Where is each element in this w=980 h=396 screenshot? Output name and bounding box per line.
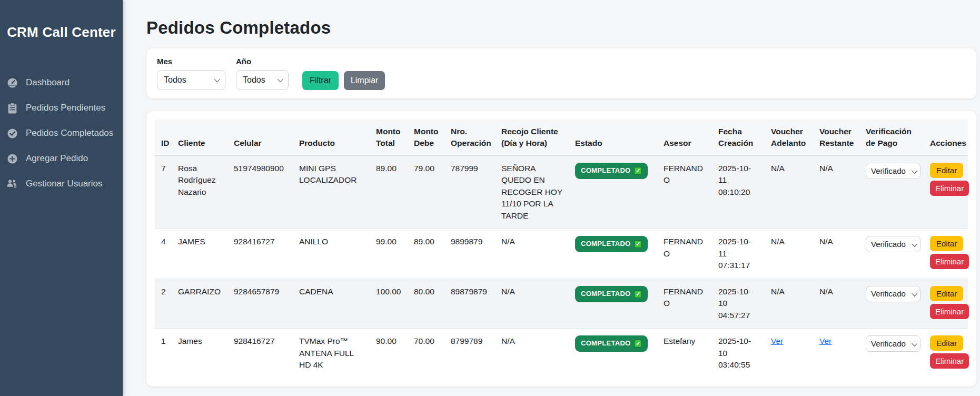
eliminar-button[interactable]: Eliminar: [930, 353, 969, 369]
cell-nro-operacion: 8799789: [444, 329, 495, 378]
main-content: Pedidos Completados Mes Todos Año Todos …: [123, 0, 980, 396]
cell-producto: CADENA: [293, 279, 370, 328]
voucher-restante-value: N/A: [819, 287, 833, 296]
cell-fecha: 2025-10-10 03:40:55: [712, 329, 765, 378]
cell-id: 2: [155, 279, 172, 328]
cell-producto: MINI GPS LOCALIZADOR: [293, 156, 370, 229]
cell-id: 1: [155, 329, 172, 378]
sidebar-item-pedidos-completados[interactable]: Pedidos Completados: [0, 121, 123, 146]
verificacion-select[interactable]: Verificado: [866, 286, 920, 302]
voucher-adelanto-value: N/A: [771, 287, 785, 296]
mes-select[interactable]: Todos: [157, 70, 225, 90]
cell-asesor: FERNANDO: [657, 229, 712, 279]
cell-verificacion: Verificado: [859, 279, 924, 328]
editar-button[interactable]: Editar: [930, 236, 963, 251]
editar-button[interactable]: Editar: [930, 163, 963, 178]
cell-voucher-adelanto: N/A: [765, 156, 813, 229]
eliminar-button[interactable]: Eliminar: [930, 254, 969, 269]
app-brand: CRM Call Center: [0, 0, 123, 41]
table-row: 2 GARRAIZO 9284657879 CADENA 100.00 80.0…: [155, 279, 968, 328]
cell-nro-operacion: 89879879: [444, 279, 495, 328]
column-header-13: Voucher Restante: [813, 120, 859, 156]
ver-voucher-link[interactable]: Ver: [819, 336, 831, 345]
voucher-restante-value: N/A: [819, 237, 833, 246]
sidebar-item-pedidos-pendientes[interactable]: Pedidos Pendientes: [0, 95, 123, 121]
cell-acciones: Editar Eliminar: [924, 329, 968, 378]
cell-celular: 51974980900: [227, 156, 293, 229]
limpiar-button[interactable]: Limpiar: [344, 71, 385, 90]
cell-celular: 9284657879: [227, 279, 293, 328]
cell-acciones: Editar Eliminar: [924, 279, 968, 328]
column-header-11: Fecha Creación: [712, 120, 765, 156]
cell-monto-total: 99.00: [370, 229, 408, 279]
ano-label: Año: [236, 57, 289, 66]
filtrar-button[interactable]: Filtrar: [302, 71, 339, 90]
eliminar-button[interactable]: Eliminar: [930, 181, 969, 196]
cell-fecha: 2025-10-11 07:31:17: [712, 229, 765, 279]
column-header-6: Monto Debe: [408, 120, 444, 156]
voucher-restante-value: N/A: [819, 164, 833, 173]
column-header-2: Cliente: [172, 120, 227, 156]
sidebar-item-agregar-pedido[interactable]: Agregar Pedido: [0, 146, 123, 171]
sidebar-item-label: Agregar Pedido: [26, 153, 88, 164]
chevron-down-icon: [912, 340, 917, 346]
column-header-7: Nro. Operación: [444, 120, 495, 156]
cell-voucher-adelanto: N/A: [765, 279, 813, 328]
verificacion-select-value: Verificado: [871, 165, 911, 177]
cell-producto: TVMax Pro™ ANTENA FULL HD 4K: [293, 329, 370, 378]
cell-cliente: JAMES: [172, 229, 227, 279]
filter-group-mes: Mes Todos: [157, 57, 225, 90]
cell-monto-debe: 70.00: [408, 329, 444, 378]
table-header-row: IDClienteCelularProductoMonto TotalMonto…: [155, 120, 968, 156]
cell-voucher-adelanto: N/A: [765, 229, 813, 279]
sidebar-nav: Dashboard Pedidos Pendientes Pedidos Com…: [0, 70, 123, 196]
sidebar-item-label: Gestionar Usuarios: [26, 179, 103, 189]
ver-voucher-link[interactable]: Ver: [771, 336, 783, 345]
voucher-adelanto-value: N/A: [771, 237, 785, 246]
cell-acciones: Editar Eliminar: [924, 156, 968, 229]
verificacion-select-value: Verificado: [871, 338, 911, 350]
cell-nro-operacion: 787999: [444, 156, 495, 229]
cell-estado: COMPLETADO ✓: [569, 329, 657, 378]
cell-monto-debe: 80.00: [408, 279, 444, 328]
ano-select[interactable]: Todos: [236, 70, 289, 90]
orders-tbody: 7 Rosa Rodríguez Nazario 51974980900 MIN…: [155, 156, 968, 378]
editar-button[interactable]: Editar: [930, 286, 963, 301]
chevron-down-icon: [214, 76, 220, 82]
cell-recojo: N/A: [495, 229, 569, 279]
cell-recojo: N/A: [495, 329, 569, 378]
verificacion-select[interactable]: Verificado: [866, 163, 920, 179]
mes-select-value: Todos: [164, 75, 186, 85]
cell-verificacion: Verificado: [859, 329, 924, 378]
cell-voucher-adelanto: Ver: [765, 329, 813, 378]
check-circle-icon: [6, 127, 18, 139]
check-mark-icon: ✓: [634, 340, 642, 348]
filter-card: Mes Todos Año Todos Filtrar Limpiar: [146, 48, 976, 98]
cell-estado: COMPLETADO ✓: [569, 156, 657, 229]
chevron-down-icon: [912, 291, 917, 296]
check-mark-icon: ✓: [634, 240, 642, 248]
column-header-12: Voucher Adelanto: [765, 120, 813, 156]
voucher-adelanto-value: N/A: [771, 164, 785, 173]
sidebar-item-dashboard[interactable]: Dashboard: [0, 70, 123, 95]
cell-monto-debe: 79.00: [408, 156, 444, 229]
verificacion-select[interactable]: Verificado: [866, 335, 920, 352]
users-gear-icon: [6, 178, 18, 190]
editar-button[interactable]: Editar: [930, 335, 963, 351]
verificacion-select[interactable]: Verificado: [866, 236, 920, 252]
chevron-down-icon: [278, 76, 283, 82]
column-header-4: Producto: [293, 120, 370, 156]
column-header-1: ID: [155, 120, 172, 156]
column-header-15: Acciones: [924, 120, 968, 156]
sidebar-item-gestionar-usuarios[interactable]: Gestionar Usuarios: [0, 171, 123, 196]
cell-voucher-restante: N/A: [813, 279, 859, 328]
cell-voucher-restante: N/A: [813, 156, 859, 229]
cell-verificacion: Verificado: [859, 156, 924, 229]
eliminar-button[interactable]: Eliminar: [930, 304, 969, 319]
cell-voucher-restante: Ver: [813, 329, 859, 378]
check-mark-icon: ✓: [634, 167, 642, 175]
table-row: 4 JAMES 928416727 ANILLO 99.00 89.00 989…: [155, 229, 968, 279]
cell-cliente: Rosa Rodríguez Nazario: [172, 156, 227, 229]
chevron-down-icon: [912, 241, 917, 246]
status-badge: COMPLETADO ✓: [575, 236, 648, 252]
